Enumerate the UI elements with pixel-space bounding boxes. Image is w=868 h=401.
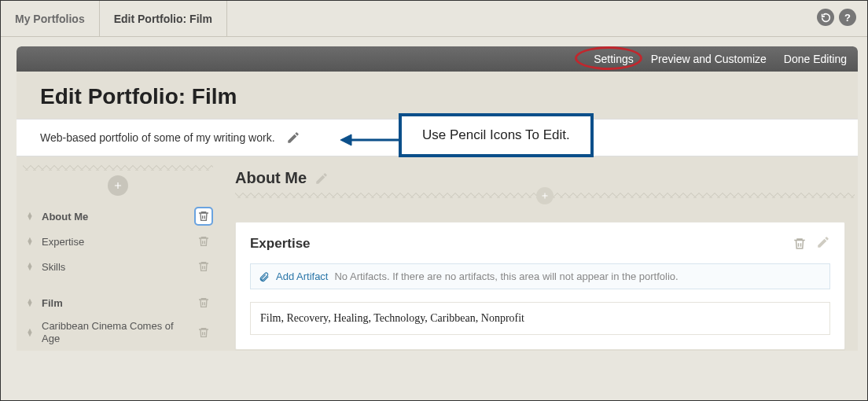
sidebar-item-label: About Me (42, 211, 189, 223)
page-title: Edit Portfolio: Film (40, 84, 834, 109)
trash-icon[interactable] (196, 208, 211, 224)
svg-marker-1 (340, 134, 351, 145)
annotation-arrow (339, 131, 402, 149)
sort-handle-icon[interactable]: ▲▼ (24, 263, 35, 270)
sidebar: ▲▼ About Me ▲▼ Expertise ▲▼ Skills (17, 156, 219, 351)
pencil-icon[interactable] (816, 235, 830, 252)
settings-link[interactable]: Settings (594, 53, 634, 65)
tab-my-portfolios[interactable]: My Portfolios (1, 1, 100, 36)
paperclip-icon (259, 271, 270, 282)
divider-zigzag (235, 192, 855, 198)
annotation-callout: Use Pencil Icons To Edit. (399, 113, 594, 157)
sidebar-item-label: Film (42, 297, 189, 309)
pencil-icon[interactable] (314, 171, 329, 186)
no-artifacts-text: No Artifacts. If there are no artifacts,… (334, 270, 678, 282)
sidebar-item-about-me[interactable]: ▲▼ About Me (23, 204, 213, 229)
action-bar: Settings Preview and Customize Done Edit… (17, 46, 858, 72)
preview-customize-link[interactable]: Preview and Customize (651, 53, 767, 65)
sort-handle-icon[interactable]: ▲▼ (24, 212, 35, 220)
expertise-card: Expertise (235, 222, 845, 350)
card-title-expertise: Expertise (250, 236, 311, 252)
trash-icon[interactable] (196, 234, 211, 249)
sidebar-item-label: Caribbean Cinema Comes of Age (42, 320, 189, 346)
sort-handle-icon[interactable]: ▲▼ (24, 237, 35, 245)
sidebar-item-skills[interactable]: ▲▼ Skills (23, 254, 213, 279)
sidebar-item-caribbean[interactable]: ▲▼ Caribbean Cinema Comes of Age (23, 315, 213, 351)
trash-icon[interactable] (196, 259, 211, 274)
sidebar-item-label: Skills (42, 261, 189, 273)
main-content: About Me Expertise (219, 156, 858, 350)
sidebar-item-film[interactable]: ▲▼ Film (23, 290, 213, 315)
section-title-about-me: About Me (235, 169, 307, 187)
add-subsection-button[interactable] (536, 187, 554, 204)
expertise-tags: Film, Recovery, Healing, Technology, Car… (250, 302, 830, 335)
sort-handle-icon[interactable]: ▲▼ (24, 299, 35, 307)
help-icon[interactable]: ? (839, 9, 856, 26)
add-artifact-link[interactable]: Add Artifact (276, 270, 328, 282)
add-section-button[interactable] (108, 175, 128, 196)
top-tabs: My Portfolios Edit Portfolio: Film ? (1, 1, 867, 37)
sidebar-item-expertise[interactable]: ▲▼ Expertise (23, 229, 213, 254)
trash-icon[interactable] (196, 325, 211, 340)
divider-zigzag (23, 164, 213, 171)
trash-icon[interactable] (791, 235, 808, 252)
done-editing-link[interactable]: Done Editing (784, 53, 847, 65)
refresh-icon[interactable] (817, 9, 834, 26)
portfolio-description: Web-based portfolio of some of my writin… (40, 131, 275, 144)
tab-edit-portfolio[interactable]: Edit Portfolio: Film (100, 1, 227, 36)
trash-icon[interactable] (196, 295, 211, 311)
pencil-icon[interactable] (286, 131, 300, 145)
sort-handle-icon[interactable]: ▲▼ (24, 329, 35, 337)
sidebar-item-label: Expertise (42, 236, 189, 248)
